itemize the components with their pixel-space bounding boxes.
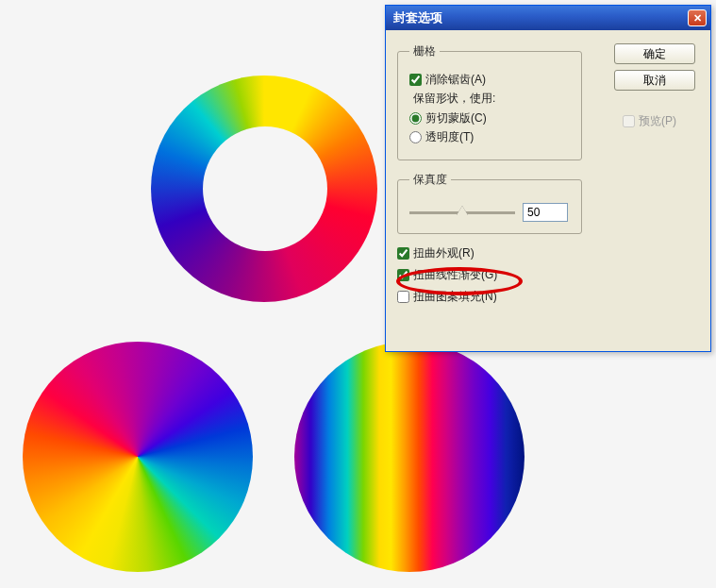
preserve-shape-text: 保留形状，使用: [413,91,570,107]
transparency-label: 透明度(T) [425,129,474,145]
dialog-body: 确定 取消 预览(P) 栅格 消除锯齿(A) 保留形状，使用: 剪切蒙版(C) … [386,30,710,324]
fidelity-legend: 保真度 [409,172,451,188]
transparency-radio[interactable] [409,131,422,143]
clip-mask-radio[interactable] [409,112,422,125]
linear-gradient-circle [294,342,525,572]
distort-appearance-checkbox[interactable] [397,247,409,260]
envelope-options-dialog: 封套选项 ✕ 确定 取消 预览(P) 栅格 消除锯齿(A) 保留形状，使用: 剪… [385,5,711,352]
clip-mask-label: 剪切蒙版(C) [425,110,487,126]
antialias-label: 消除锯齿(A) [425,72,486,88]
conic-gradient-circle [23,342,253,572]
preview-label: 预览(P) [639,113,676,129]
grid-legend: 栅格 [409,43,440,59]
distort-linear-gradient-checkbox[interactable] [397,269,409,281]
distort-pattern-checkbox[interactable] [397,291,409,303]
slider-thumb-icon[interactable] [457,206,468,215]
dialog-title: 封套选项 [393,9,442,26]
distort-pattern-label: 扭曲图案填充(N) [413,289,497,305]
fidelity-input[interactable] [523,203,568,222]
close-icon[interactable]: ✕ [688,9,707,26]
distort-options: 扭曲外观(R) 扭曲线性渐变(G) 扭曲图案填充(N) [397,245,699,305]
antialias-checkbox[interactable] [409,74,422,86]
fidelity-slider[interactable] [409,211,515,214]
gradient-ring-hole [203,126,327,251]
preview-checkbox-group: 预览(P) [623,113,676,129]
preview-checkbox [623,115,635,127]
dialog-titlebar[interactable]: 封套选项 ✕ [386,6,710,30]
fidelity-fieldset: 保真度 [397,172,582,234]
ok-button[interactable]: 确定 [614,43,695,64]
canvas-area [0,0,396,588]
grid-fieldset: 栅格 消除锯齿(A) 保留形状，使用: 剪切蒙版(C) 透明度(T) [397,43,582,160]
distort-appearance-label: 扭曲外观(R) [413,245,475,261]
cancel-button[interactable]: 取消 [614,70,695,91]
window-controls: ✕ [688,9,707,26]
distort-linear-gradient-label: 扭曲线性渐变(G) [413,267,497,283]
